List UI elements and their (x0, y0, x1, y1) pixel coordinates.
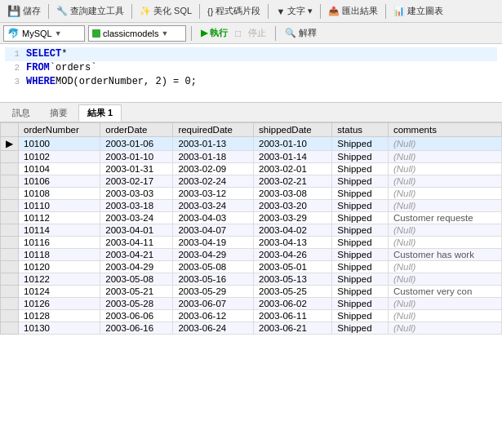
row-indicator (1, 310, 19, 322)
table-row[interactable]: 101202003-04-292003-05-082003-05-01Shipp… (1, 261, 502, 273)
table-row[interactable]: 101022003-01-102003-01-182003-01-14Shipp… (1, 151, 502, 163)
cell-shippeddate: 2003-03-08 (254, 188, 332, 200)
table-row[interactable]: 101242003-05-212003-05-292003-05-25Shipp… (1, 286, 502, 298)
chart-button[interactable]: 📊 建立圖表 (389, 3, 447, 19)
cell-shippeddate: 2003-02-01 (254, 163, 332, 175)
stop-button[interactable]: 停止 (244, 26, 270, 40)
row-indicator (1, 286, 19, 298)
col-order-date[interactable]: orderDate (100, 123, 173, 137)
editor-line-1: 1 SELECT * (5, 47, 497, 61)
code-snippet-button[interactable]: {} 程式碼片段 (203, 3, 264, 19)
cell-shippeddate: 2003-01-10 (254, 137, 332, 151)
explain-button[interactable]: 🔍 解釋 (281, 26, 321, 40)
database-selector[interactable]: classicmodels ▼ (88, 25, 186, 42)
table-row[interactable]: 101102003-03-182003-03-242003-03-20Shipp… (1, 200, 502, 212)
col-comments[interactable]: comments (388, 123, 501, 137)
query-build-button[interactable]: 🔧 查詢建立工具 (52, 3, 128, 19)
cell-comments: (Null) (388, 175, 501, 188)
cell-requireddate: 2003-01-18 (173, 151, 254, 163)
table-row[interactable]: 101182003-04-212003-04-292003-04-26Shipp… (1, 249, 502, 261)
null-value: (Null) (393, 176, 415, 186)
row-indicator (1, 322, 19, 335)
sql-editor[interactable]: 1 SELECT * 2 FROM `orders` 3 WHERE MOD(o… (0, 44, 502, 103)
cell-orderdate: 2003-01-10 (100, 151, 173, 163)
line-num-3: 3 (5, 75, 20, 89)
beautify-button[interactable]: ✨ 美化 SQL (135, 3, 196, 19)
cell-orderdate: 2003-01-06 (100, 137, 173, 151)
row-indicator (1, 224, 19, 237)
table-row[interactable]: 101062003-02-172003-02-242003-02-21Shipp… (1, 175, 502, 188)
cell-status: Shipped (332, 310, 389, 322)
cell-ordernumber: 10112 (19, 212, 100, 224)
row-indicator (1, 163, 19, 175)
export-button[interactable]: 📤 匯出結果 (324, 3, 382, 19)
cell-requireddate: 2003-04-03 (173, 212, 254, 224)
cell-ordernumber: 10100 (19, 137, 100, 151)
cell-ordernumber: 10122 (19, 273, 100, 286)
text-button[interactable]: ▼ 文字 ▾ (272, 3, 317, 19)
table-row[interactable]: 101082003-03-032003-03-122003-03-08Shipp… (1, 188, 502, 200)
tab-result1[interactable]: 結果 1 (78, 104, 122, 122)
explain-icon: 🔍 (285, 28, 296, 38)
cell-comments: (Null) (388, 310, 501, 322)
table-row[interactable]: ▶101002003-01-062003-01-132003-01-10Ship… (1, 137, 502, 151)
cell-status: Shipped (332, 249, 389, 261)
null-value: (Null) (393, 164, 415, 174)
table-row[interactable]: 101302003-06-162003-06-242003-06-21Shipp… (1, 322, 502, 335)
cell-orderdate: 2003-04-21 (100, 249, 173, 261)
col-shipped-date[interactable]: shippedDate (254, 123, 332, 137)
cell-status: Shipped (332, 261, 389, 273)
tab-summary[interactable]: 摘要 (41, 104, 77, 122)
table-row[interactable]: 101222003-05-082003-05-162003-05-13Shipp… (1, 273, 502, 286)
cell-orderdate: 2003-06-06 (100, 310, 173, 322)
beautify-icon: ✨ (140, 6, 151, 16)
cell-status: Shipped (332, 212, 389, 224)
col-status[interactable]: status (332, 123, 389, 137)
cell-status: Shipped (332, 175, 389, 188)
cell-comments: (Null) (388, 200, 501, 212)
cell-orderdate: 2003-03-18 (100, 200, 173, 212)
sep3 (199, 4, 200, 19)
table-row[interactable]: 101162003-04-112003-04-192003-04-13Shipp… (1, 237, 502, 249)
cell-status: Shipped (332, 224, 389, 237)
table-row[interactable]: 101262003-05-282003-06-072003-06-02Shipp… (1, 298, 502, 310)
cell-orderdate: 2003-04-01 (100, 224, 173, 237)
cell-orderdate: 2003-06-16 (100, 322, 173, 335)
engine-selector[interactable]: 🐬 MySQL ▼ (3, 25, 85, 42)
null-value: (Null) (393, 139, 415, 149)
table-row[interactable]: 101042003-01-312003-02-092003-02-01Shipp… (1, 163, 502, 175)
db-dropdown-arrow: ▼ (161, 29, 168, 38)
cell-shippeddate: 2003-03-29 (254, 212, 332, 224)
sep6 (385, 4, 386, 19)
cell-shippeddate: 2003-05-13 (254, 273, 332, 286)
cell-comments: Customer has work (388, 249, 501, 261)
col-order-number[interactable]: orderNumber (19, 123, 100, 137)
explain-label: 解釋 (299, 27, 317, 39)
cell-ordernumber: 10126 (19, 298, 100, 310)
chart-icon: 📊 (393, 6, 405, 16)
cell-orderdate: 2003-03-03 (100, 188, 173, 200)
select-star: * (61, 47, 67, 61)
cell-status: Shipped (332, 322, 389, 335)
cell-comments: Customer very con (388, 286, 501, 298)
cell-shippeddate: 2003-01-14 (254, 151, 332, 163)
sep2 (131, 4, 132, 19)
table-row[interactable]: 101282003-06-062003-06-122003-06-11Shipp… (1, 310, 502, 322)
where-condition: MOD(orderNumber, 2) = 0; (56, 75, 197, 89)
cell-ordernumber: 10104 (19, 163, 100, 175)
table-row[interactable]: 101122003-03-242003-04-032003-03-29Shipp… (1, 212, 502, 224)
table-row[interactable]: 101142003-04-012003-04-072003-04-02Shipp… (1, 224, 502, 237)
row-indicator (1, 237, 19, 249)
cell-comments: (Null) (388, 237, 501, 249)
run-button[interactable]: ▶ 執行 (197, 26, 232, 40)
col-required-date[interactable]: requiredDate (173, 123, 254, 137)
cell-requireddate: 2003-06-07 (173, 298, 254, 310)
tab-info[interactable]: 訊息 (3, 104, 39, 122)
cell-shippeddate: 2003-04-26 (254, 249, 332, 261)
cell-ordernumber: 10124 (19, 286, 100, 298)
save-button[interactable]: 💾 儲存 (3, 3, 45, 19)
cell-shippeddate: 2003-02-21 (254, 175, 332, 188)
results-table-container[interactable]: orderNumber orderDate requiredDate shipp… (0, 122, 502, 448)
row-indicator (1, 261, 19, 273)
stop-label: 停止 (248, 27, 266, 39)
